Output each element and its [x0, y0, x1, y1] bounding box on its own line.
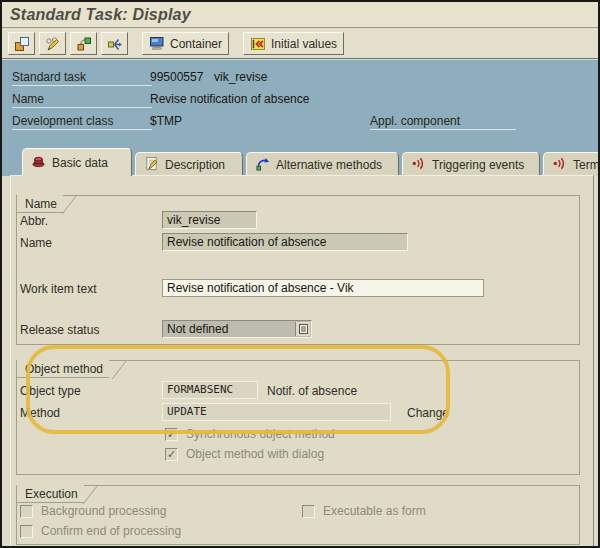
tab-terminating-events[interactable]: Term — [543, 152, 600, 176]
application-toolbar: Container Initial values — [2, 29, 598, 59]
synchronous-object-method-checkbox[interactable] — [165, 428, 178, 441]
background-processing-label: Background processing — [41, 504, 166, 518]
tab-basic-data-label: Basic data — [52, 156, 108, 170]
object-method-group-slant — [112, 360, 128, 379]
other-object-icon — [76, 36, 92, 52]
standard-task-number: 99500557 — [150, 70, 203, 84]
tab-terminating-events-label: Term — [573, 158, 600, 172]
task-key-header: Standard task 99500557 vik_revise Name R… — [2, 60, 598, 147]
display-change-pencil-icon — [45, 36, 61, 52]
title-bar: Standard Task: Display — [2, 2, 598, 28]
object-type-description: Notif. of absence — [267, 384, 357, 398]
terminating-events-icon — [552, 156, 567, 174]
tab-triggering-events-label: Triggering events — [432, 158, 524, 172]
container-monitor-icon — [149, 36, 165, 51]
synchronous-object-method-row: Synchronous object method — [165, 427, 335, 441]
executable-as-form-label: Executable as form — [323, 504, 426, 518]
synchronous-object-method-label: Synchronous object method — [186, 427, 335, 441]
object-method-with-dialog-label: Object method with dialog — [186, 447, 324, 461]
basic-data-icon — [31, 154, 46, 172]
object-method-with-dialog-row: Object method with dialog — [165, 447, 324, 461]
background-processing-checkbox[interactable] — [20, 505, 33, 518]
dropdown-icon[interactable] — [295, 322, 310, 336]
name-field-value: Revise notification of absence — [167, 235, 326, 249]
abbr-field-value: vik_revise — [167, 213, 220, 227]
tab-alternative-methods-label: Alternative methods — [276, 158, 382, 172]
name-label: Name — [12, 92, 152, 108]
background-processing-row: Background processing — [20, 504, 166, 518]
method-field[interactable]: UPDATE — [162, 403, 391, 421]
method-value: UPDATE — [167, 405, 207, 418]
release-status-dropdown[interactable]: Not defined — [162, 320, 312, 338]
initial-values-icon — [250, 36, 266, 52]
confirm-end-of-processing-checkbox[interactable] — [20, 525, 33, 538]
navigation-arrows-icon — [107, 36, 123, 52]
name-group-slant — [62, 195, 78, 214]
release-status-value: Not defined — [167, 322, 228, 336]
object-type-value: FORMABSENC — [167, 383, 233, 396]
method-label: Method — [20, 406, 60, 420]
sap-standard-task-window: Standard Task: Display — [0, 0, 600, 548]
object-type-label: Object type — [20, 384, 81, 398]
initial-values-button-label: Initial values — [271, 37, 337, 51]
name-field-label: Name — [20, 236, 52, 250]
display-change-toggle-button[interactable] — [8, 32, 35, 55]
appl-component-label: Appl. component — [370, 114, 516, 130]
abbr-field[interactable]: vik_revise — [162, 211, 257, 229]
description-icon — [144, 156, 159, 174]
container-button[interactable]: Container — [142, 32, 229, 55]
work-item-text-value: Revise notification of absence - Vik — [167, 281, 354, 295]
standard-task-label: Standard task — [12, 70, 152, 86]
name-group-title: Name — [16, 195, 63, 213]
confirm-end-of-processing-label: Confirm end of processing — [41, 524, 181, 538]
confirm-end-of-processing-row: Confirm end of processing — [20, 524, 181, 538]
tab-description-label: Description — [165, 158, 225, 172]
name-value: Revise notification of absence — [150, 92, 309, 106]
development-class-label: Development class — [12, 114, 152, 130]
release-status-label: Release status — [20, 323, 99, 337]
object-method-with-dialog-checkbox[interactable] — [165, 448, 178, 461]
name-field[interactable]: Revise notification of absence — [162, 233, 408, 251]
other-object-button[interactable] — [70, 32, 97, 55]
container-button-label: Container — [170, 37, 222, 51]
object-method-group-title: Object method — [16, 360, 109, 378]
display-change-button[interactable] — [39, 32, 66, 55]
page-title: Standard Task: Display — [10, 6, 191, 24]
tab-triggering-events[interactable]: Triggering events — [402, 152, 540, 176]
tab-strip: Basic data Description Alternative met — [2, 147, 598, 176]
navigation-button[interactable] — [101, 32, 128, 55]
executable-as-form-checkbox[interactable] — [302, 505, 315, 518]
development-class-value: $TMP — [150, 114, 182, 128]
execution-group-slant — [83, 485, 99, 504]
execution-group-title: Execution — [16, 485, 84, 503]
display-change-toggle-icon — [14, 36, 30, 52]
object-type-field[interactable]: FORMABSENC — [162, 381, 258, 399]
triggering-events-icon — [411, 156, 426, 174]
work-item-text-label: Work item text — [20, 282, 96, 296]
alternative-methods-icon — [255, 156, 270, 174]
tab-basic-data[interactable]: Basic data — [22, 148, 132, 176]
tab-description[interactable]: Description — [135, 152, 243, 176]
work-item-text-field[interactable]: Revise notification of absence - Vik — [162, 279, 484, 297]
executable-as-form-row: Executable as form — [302, 504, 426, 518]
initial-values-button[interactable]: Initial values — [243, 32, 344, 55]
abbr-label: Abbr. — [20, 214, 48, 228]
standard-task-abbr: vik_revise — [214, 70, 267, 84]
tab-alternative-methods[interactable]: Alternative methods — [246, 152, 399, 176]
method-description: Change — [407, 406, 449, 420]
